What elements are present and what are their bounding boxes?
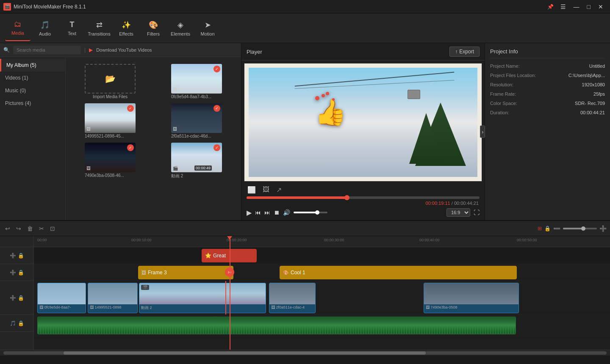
motion-icon: ➤: [205, 20, 211, 30]
download-youtube-label[interactable]: Download YouTube Videos: [96, 47, 152, 52]
media-item-1[interactable]: 🖼 ✓ 0fc9e5d4-8aa7-4b3...: [155, 64, 238, 99]
duration-value: 00:00:44:21: [580, 110, 605, 115]
cut-button[interactable]: ✂: [37, 223, 46, 234]
filter-clip-frame3[interactable]: 🖼 Frame 3: [138, 266, 233, 279]
nav-pictures[interactable]: Pictures (4): [0, 97, 65, 110]
folder-icon: 📂: [105, 74, 116, 84]
media-name-2: 14995521-0898-45...: [85, 134, 136, 138]
toolbar: 🗂 Media 🎵 Audio T Text ⇄ Transitions ✨ E…: [0, 14, 610, 43]
import-label: Import Media Files: [85, 94, 136, 99]
video-clip-5[interactable]: 🖼 7490e3ba-0508: [424, 283, 519, 313]
video-clip-3[interactable]: 🎬 動画 2: [139, 283, 266, 313]
play-button[interactable]: ▶: [247, 209, 252, 217]
undo-button[interactable]: ↩: [3, 223, 12, 234]
search-icon: 🔍: [3, 47, 10, 53]
toolbar-filters[interactable]: 🎨 Filters: [141, 16, 166, 41]
media-item-3[interactable]: 🖼 ✓ 2f0a511e-cdac-46d...: [155, 103, 238, 138]
snapshot-button[interactable]: 🖼: [263, 186, 269, 194]
collapse-panel-button[interactable]: ›: [480, 126, 485, 138]
check-icon-4: ✓: [127, 144, 134, 151]
zoom-thumb[interactable]: [581, 226, 585, 231]
toolbar-elements[interactable]: ◈ Elements: [168, 16, 193, 41]
nav-videos[interactable]: Videos (1): [0, 72, 65, 84]
image-type-icon-3: 🖼: [173, 127, 177, 131]
filter-clip-cool1[interactable]: 🎨 Cool 1: [280, 266, 517, 279]
frame-label: Frame 3: [148, 270, 167, 276]
progress-fill: [247, 196, 347, 199]
player-bottom-bar: ⬜ 🖼 ↗: [241, 184, 485, 196]
redo-button[interactable]: ↪: [14, 223, 23, 234]
clip4-icon: 🖼: [271, 305, 275, 309]
project-location-row: Project Files Location: C:\Users\bj\App.…: [490, 73, 605, 78]
media-item-2[interactable]: 🖼 ✓ 14995521-0898-45...: [69, 103, 151, 138]
maximize-button[interactable]: □: [584, 3, 594, 11]
fullscreen-button[interactable]: ⛶: [474, 209, 480, 216]
import-thumb[interactable]: 📂: [85, 64, 136, 94]
current-time: 00:00:19:11: [426, 201, 450, 206]
framerate-row: Frame Rate: 25fps: [490, 91, 605, 97]
video-clip-1[interactable]: 🖼 0fc9e5d4-8aa7-: [37, 283, 86, 313]
next-button[interactable]: ⏭: [264, 209, 270, 216]
toolbar-text[interactable]: T Text: [59, 16, 85, 41]
zoom-in-button[interactable]: ➕: [599, 225, 607, 232]
timeline-toolbar: ↩ ↪ 🗑 ✂ ⊡ ⊞ 🔒 ➖ ➕: [0, 221, 610, 236]
import-media-item[interactable]: 📂 Import Media Files: [69, 64, 151, 99]
stop-button[interactable]: ⏹: [274, 209, 280, 216]
track-ctrl-filter: ➕ 🔒: [0, 264, 33, 281]
progress-thumb[interactable]: [344, 195, 349, 200]
minimize-button[interactable]: —: [570, 3, 583, 11]
timeline-ruler: 00:00 00:00:10:00 00:00:20:00 00:00:30:0…: [34, 236, 610, 247]
crop-button[interactable]: ⊡: [48, 223, 57, 234]
aspect-ratio-select[interactable]: 16:9 9:16 1:1 4:3: [446, 208, 470, 217]
left-nav: My Album (5) Videos (1) Music (0) Pictur…: [0, 57, 66, 220]
app-icon: 🎬: [3, 3, 11, 11]
project-name-row: Project Name: Untitled: [490, 63, 605, 69]
player-progress[interactable]: [247, 196, 480, 199]
video-clip-4[interactable]: 🖼 2f0a511e-cdac-4: [269, 283, 316, 313]
toolbar-elements-label: Elements: [171, 31, 190, 36]
toolbar-audio[interactable]: 🎵 Audio: [32, 16, 58, 41]
sticker-clip-great[interactable]: ⭐ Great: [202, 249, 257, 262]
video-clip-2[interactable]: 🖼 14995521-0898: [88, 283, 138, 313]
add-sticker-track[interactable]: ➕: [10, 253, 16, 259]
toolbar-media[interactable]: 🗂 Media: [5, 16, 30, 41]
media-item-4[interactable]: 🖼 ✓ 7490e3ba-0508-46...: [69, 143, 151, 179]
toolbar-motion[interactable]: ➤ Motion: [195, 16, 220, 41]
add-filter-track[interactable]: ➕: [10, 270, 16, 276]
volume-slider[interactable]: [294, 212, 327, 213]
export-icon: ↑: [455, 49, 458, 55]
menu-button[interactable]: ☰: [557, 3, 569, 11]
toolbar-filters-label: Filters: [147, 31, 160, 36]
duration-row: Duration: 00:00:44:21: [490, 110, 605, 115]
titlebar: 🎬 MiniTool MovieMaker Free 8.1.1 📌 ☰ — □…: [0, 0, 610, 14]
player-video: 👍: [244, 63, 482, 182]
project-info-panel: › Project Info Project Name: Untitled Pr…: [485, 43, 610, 220]
media-item-5[interactable]: 🎬 00:00:49 ✓ 動画 2: [155, 143, 238, 179]
delete-button[interactable]: 🗑: [25, 223, 35, 234]
zoom-slider[interactable]: [563, 228, 597, 229]
search-input[interactable]: [13, 46, 81, 54]
screenshot-button[interactable]: ⬜: [247, 186, 256, 194]
export-button[interactable]: ↑ Export: [449, 47, 480, 57]
audio-clip[interactable]: [37, 317, 516, 334]
nav-music[interactable]: Music (0): [0, 84, 65, 97]
media-name-1: 0fc9e5d4-8aa7-4b3...: [171, 94, 222, 99]
window-controls: ☰ — □ ✕: [557, 3, 607, 11]
project-name-value: Untitled: [589, 63, 605, 69]
timeline-scrollbar[interactable]: [0, 350, 610, 356]
volume-thumb[interactable]: [315, 210, 319, 215]
share-button[interactable]: ↗: [276, 186, 282, 194]
project-location-label: Project Files Location:: [490, 73, 536, 78]
timeline-tracks[interactable]: 00:00 00:00:10:00 00:00:20:00 00:00:30:0…: [34, 236, 610, 350]
close-button[interactable]: ✕: [595, 3, 607, 11]
sticker-label: Great: [213, 253, 226, 259]
pin-icon[interactable]: 📌: [547, 4, 554, 10]
image-type-icon-4: 🖼: [86, 166, 91, 171]
nav-my-album[interactable]: My Album (5): [0, 59, 65, 72]
toolbar-effects[interactable]: ✨ Effects: [114, 16, 139, 41]
prev-button[interactable]: ⏮: [255, 209, 261, 216]
filters-icon: 🎨: [149, 20, 158, 30]
toolbar-transitions[interactable]: ⇄ Transitions: [86, 16, 112, 41]
add-video-track[interactable]: ➕: [10, 295, 16, 301]
zoom-out-button[interactable]: ➖: [553, 225, 560, 232]
